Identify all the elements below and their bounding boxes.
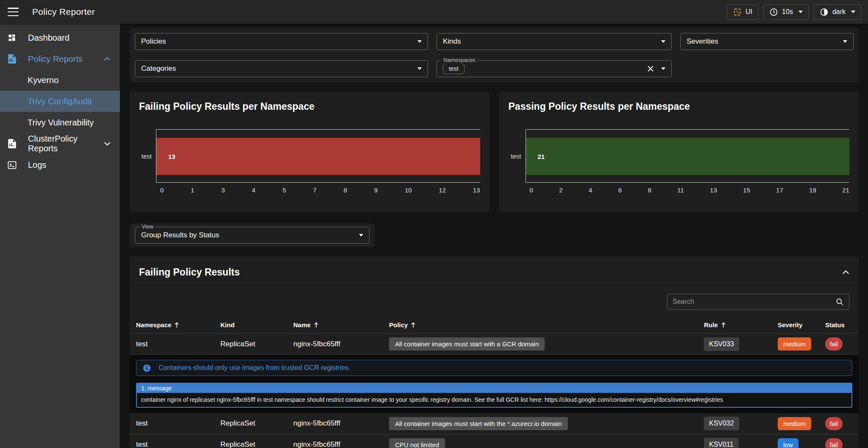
caret-down-icon [417,40,422,43]
sort-asc-icon [411,322,416,328]
status-badge: fail [825,438,843,448]
cell-namespace: test [130,440,214,448]
chart-title: Failing Policy Results per Namespace [139,101,480,112]
theme-select[interactable]: dark [814,4,861,20]
sidebar: Dashboard Policy Reports Kyverno Trivy C… [0,24,120,448]
view-select-value: Group Results by Status [141,231,219,239]
chart-title: Passing Policy Results per Namespace [509,101,850,112]
policies-select[interactable]: Policies [135,33,428,50]
cell-kind: ReplicaSet [214,440,287,448]
namespaces-select-label: Namespaces [441,57,478,64]
policy-description-alert: Containers should only use images from t… [136,360,852,376]
namespace-chip: test [443,63,465,74]
policy-chip: All container images must start with a G… [389,337,545,351]
collapse-chevron-up-icon[interactable] [842,270,849,275]
policy-chip: All container images must start with the… [389,417,568,430]
filters-panel: Policies Kinds Severities Categories Nam… [130,28,859,82]
clear-selection-icon[interactable] [647,65,654,72]
namespaces-select[interactable]: Namespaces test [437,60,672,77]
column-header-severity[interactable]: Severity [771,321,819,328]
policies-select-label: Policies [141,37,166,46]
message-panel-body: container nginx of replicaset nginx-5fbc… [137,393,851,407]
column-header-status[interactable]: Status [819,321,859,328]
kinds-select[interactable]: Kinds [437,33,672,50]
cell-namespace: test [130,419,214,428]
sidebar-item-clusterpolicy-reports[interactable]: ClusterPolicy Reports [0,133,120,154]
sort-asc-icon [314,322,319,328]
caret-down-icon [359,234,363,237]
passing-chart-plot: 21 [526,129,850,183]
column-header-policy[interactable]: Policy [383,321,698,328]
bar-value-label: 21 [538,153,545,160]
column-header-rule[interactable]: Rule [698,321,771,328]
sort-asc-icon [174,322,179,328]
table-header-row: Namespace Kind Name Policy Rule Severity [130,317,859,334]
rule-chip: KSV033 [704,337,739,351]
failing-chart-plot: 13 [156,129,480,183]
sidebar-item-trivy-configaudit[interactable]: Trivy ConfigAudit [0,91,120,112]
message-panel: 1. message container nginx of replicaset… [136,383,852,408]
failing-results-panel: Failing Policy Results [130,256,859,448]
column-header-kind[interactable]: Kind [214,321,287,328]
chevron-up-icon [104,57,111,61]
failing-chart-card: Failing Policy Results per Namespace tes… [130,92,490,212]
sidebar-item-kyverno[interactable]: Kyverno [0,70,120,91]
column-header-namespace[interactable]: Namespace [130,321,214,328]
status-badge: fail [825,417,843,430]
menu-icon[interactable] [8,8,19,16]
severities-select[interactable]: Severities [680,33,854,50]
theme-value: dark [832,8,846,16]
results-title: Failing Policy Results [139,267,240,278]
policy-chip: CPU not limited [389,438,445,448]
caret-down-icon [661,67,665,70]
ui-logo-icon [733,8,742,17]
sidebar-item-label: Policy Reports [28,54,83,64]
severity-badge: low [778,438,798,448]
severity-badge: medium [778,417,811,430]
categories-select-label: Categories [141,64,176,73]
sidebar-item-label: Logs [28,160,46,170]
view-panel: View Group Results by Status [130,223,375,247]
sidebar-item-trivy-vulnerability[interactable]: Trivy Vulnerability [0,112,120,133]
column-header-name[interactable]: Name [287,321,383,328]
bar-value-label: 13 [168,153,175,160]
rule-chip: KSV011 [704,438,739,448]
search-input[interactable] [673,298,835,306]
cell-namespace: test [130,340,214,348]
policy-description-text: Containers should only use images from t… [159,364,351,372]
topbar: Policy Reporter UI 10s [0,0,868,24]
y-axis-label: test [139,129,156,183]
status-badge: fail [825,337,843,351]
sidebar-item-label: ClusterPolicy Reports [28,134,93,153]
cell-kind: ReplicaSet [214,419,287,428]
sidebar-item-label: Kyverno [28,75,58,85]
app-title: Policy Reporter [32,7,95,17]
sidebar-item-logs[interactable]: Logs [0,154,120,175]
refresh-interval-select[interactable]: 10s [763,4,809,20]
main-content: Policies Kinds Severities Categories Nam… [120,24,868,448]
categories-select[interactable]: Categories [135,60,428,77]
ui-version-button[interactable]: UI [727,4,758,20]
report-file-icon [7,54,17,64]
table-row[interactable]: test ReplicaSet nginx-5fbc65fff All cont… [130,413,859,434]
cell-kind: ReplicaSet [214,340,287,348]
ui-button-label: UI [746,8,752,16]
sidebar-item-policy-reports[interactable]: Policy Reports [0,48,120,70]
caret-down-icon [417,67,422,70]
sidebar-item-label: Dashboard [28,33,70,43]
severity-badge: medium [778,337,811,351]
sidebar-item-dashboard[interactable]: Dashboard [0,27,120,48]
dashboard-icon [7,33,17,42]
view-select-label: View [139,223,156,230]
table-row[interactable]: test ReplicaSet nginx-5fbc65fff CPU not … [130,434,859,448]
table-row[interactable]: test ReplicaSet nginx-5fbc65fff All cont… [130,334,859,355]
passing-bar: 21 [526,138,850,175]
failing-bar: 13 [156,138,480,175]
view-select[interactable]: View Group Results by Status [135,227,370,244]
y-axis-label: test [509,129,526,183]
clock-icon [769,8,778,17]
caret-down-icon [661,40,665,43]
terminal-icon [7,161,17,169]
caret-down-icon [798,11,803,13]
x-axis-ticks: 01 34 57 89 1012 13 [160,186,480,194]
